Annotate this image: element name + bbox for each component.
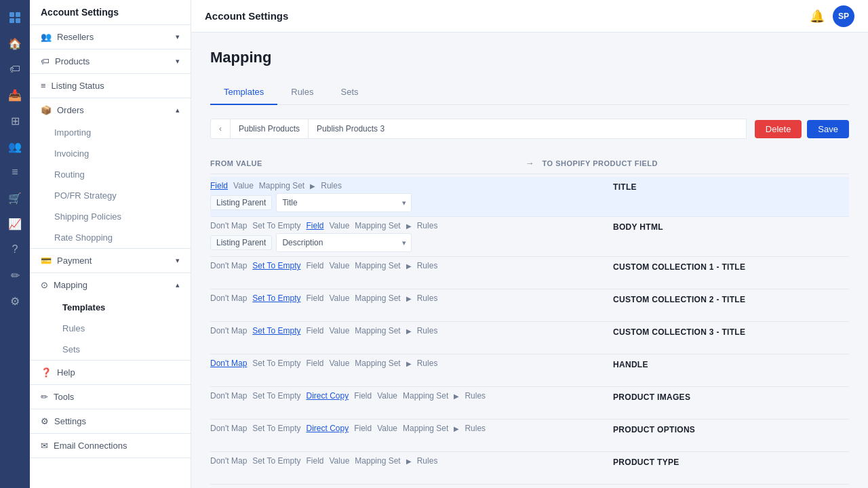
action-value-images[interactable]: Value — [377, 391, 397, 401]
action-value-handle[interactable]: Value — [330, 359, 350, 368]
action-rules-type[interactable]: Rules — [417, 456, 438, 466]
home-icon[interactable]: 🏠 — [4, 33, 26, 54]
sidebar-item-importing[interactable]: Importing — [30, 122, 191, 143]
action-rules-cc2[interactable]: Rules — [417, 293, 438, 303]
action-field-title[interactable]: Field — [210, 181, 228, 190]
action-field-cc3[interactable]: Field — [306, 326, 323, 336]
list-icon[interactable]: ≡ — [4, 161, 26, 183]
select-wrapper-title[interactable]: Title — [276, 193, 412, 212]
action-rules-handle[interactable]: Rules — [417, 359, 438, 368]
bell-icon[interactable]: 🔔 — [810, 9, 825, 24]
action-mapping-set-cc1[interactable]: Mapping Set — [355, 261, 400, 270]
action-value-options[interactable]: Value — [377, 424, 397, 433]
back-button[interactable]: ‹ — [210, 119, 231, 139]
tools-icon[interactable]: ✏ — [4, 264, 26, 286]
action-dont-map-cc2[interactable]: Don't Map — [210, 293, 247, 303]
action-dont-map-body[interactable]: Don't Map — [210, 221, 247, 230]
sidebar-item-sets[interactable]: Sets — [30, 339, 191, 360]
action-rules-images[interactable]: Rules — [465, 391, 486, 401]
sidebar-item-orders[interactable]: 📦 Orders ▴ — [30, 98, 191, 122]
breadcrumb-item-2[interactable]: Publish Products 3 — [309, 119, 747, 139]
action-set-empty-cc3[interactable]: Set To Empty — [252, 326, 300, 336]
action-mapping-set-handle[interactable]: Mapping Set — [355, 359, 400, 368]
sidebar-item-products[interactable]: 🏷 Products ▾ — [30, 49, 191, 73]
action-value-body[interactable]: Value — [330, 221, 350, 230]
field-select-title[interactable]: Title — [276, 193, 412, 212]
sidebar-item-settings[interactable]: ⚙ Settings — [30, 409, 191, 433]
action-field-body[interactable]: Field — [306, 221, 323, 230]
action-set-empty-images[interactable]: Set To Empty — [252, 391, 300, 401]
select-wrapper-body[interactable]: Description — [276, 233, 412, 252]
action-value-cc1[interactable]: Value — [330, 261, 350, 270]
sidebar-item-rules[interactable]: Rules — [30, 318, 191, 339]
field-select-body[interactable]: Description — [276, 233, 412, 252]
users-icon[interactable]: 👥 — [4, 136, 26, 157]
sidebar-item-email[interactable]: ✉ Email Connections — [30, 434, 191, 458]
grid-icon[interactable]: ⊞ — [4, 110, 26, 131]
action-set-empty-cc2[interactable]: Set To Empty — [252, 293, 300, 303]
action-set-empty-body[interactable]: Set To Empty — [252, 221, 300, 230]
action-mapping-set-type[interactable]: Mapping Set — [355, 456, 400, 466]
sidebar-item-resellers[interactable]: 👥 Resellers ▾ — [30, 25, 191, 49]
action-set-empty-options[interactable]: Set To Empty — [252, 424, 300, 433]
action-value-cc3[interactable]: Value — [330, 326, 350, 336]
action-value-title[interactable]: Value — [233, 181, 254, 190]
action-field-options[interactable]: Field — [354, 424, 372, 433]
mapping-row-product-options: Don't Map Set To Empty Direct Copy Field… — [210, 420, 849, 452]
breadcrumb-item-1[interactable]: Publish Products — [231, 119, 309, 139]
sidebar-item-po-fr[interactable]: PO/FR Strategy — [30, 185, 191, 206]
help-icon[interactable]: ? — [4, 239, 26, 260]
sidebar-item-routing[interactable]: Routing — [30, 164, 191, 185]
save-button[interactable]: Save — [807, 120, 849, 138]
tag-icon[interactable]: 🏷 — [4, 58, 26, 80]
delete-button[interactable]: Delete — [755, 120, 802, 138]
logo-icon[interactable] — [4, 7, 26, 28]
action-set-empty-handle[interactable]: Set To Empty — [252, 359, 300, 368]
sidebar-item-templates[interactable]: Templates — [30, 297, 191, 318]
sidebar-item-mapping[interactable]: ⊙ Mapping ▴ — [30, 273, 191, 297]
sidebar-item-listing-status[interactable]: ≡ Listing Status — [30, 74, 191, 98]
action-mapping-set-title[interactable]: Mapping Set — [259, 181, 304, 190]
action-field-handle[interactable]: Field — [306, 359, 323, 368]
sidebar-item-tools[interactable]: ✏ Tools — [30, 385, 191, 409]
tab-sets[interactable]: Sets — [328, 80, 372, 105]
avatar[interactable]: SP — [833, 5, 854, 27]
chart-icon[interactable]: 📈 — [4, 213, 26, 235]
action-rules-cc1[interactable]: Rules — [417, 261, 438, 270]
action-mapping-set-options[interactable]: Mapping Set — [403, 424, 448, 433]
action-mapping-set-body[interactable]: Mapping Set — [355, 221, 400, 230]
cart-icon[interactable]: 🛒 — [4, 187, 26, 209]
action-value-type[interactable]: Value — [330, 456, 350, 466]
action-field-type[interactable]: Field — [306, 456, 323, 466]
action-value-cc2[interactable]: Value — [330, 293, 350, 303]
sidebar-item-invoicing[interactable]: Invoicing — [30, 143, 191, 164]
action-direct-copy-options[interactable]: Direct Copy — [306, 424, 349, 433]
action-rules-cc3[interactable]: Rules — [417, 326, 438, 336]
action-mapping-set-cc3[interactable]: Mapping Set — [355, 326, 400, 336]
action-dont-map-handle[interactable]: Don't Map — [210, 359, 247, 368]
action-rules-title[interactable]: Rules — [321, 181, 342, 190]
inbox-icon[interactable]: 📥 — [4, 84, 26, 106]
sidebar-item-shipping[interactable]: Shipping Policies — [30, 206, 191, 227]
action-rules-options[interactable]: Rules — [465, 424, 486, 433]
action-dont-map-type[interactable]: Don't Map — [210, 456, 247, 466]
action-field-images[interactable]: Field — [354, 391, 372, 401]
action-direct-copy-images[interactable]: Direct Copy — [306, 391, 349, 401]
sidebar-item-help[interactable]: ❓ Help — [30, 361, 191, 384]
action-dont-map-images[interactable]: Don't Map — [210, 391, 247, 401]
sidebar-item-payment[interactable]: 💳 Payment ▾ — [30, 249, 191, 272]
action-mapping-set-images[interactable]: Mapping Set — [403, 391, 448, 401]
action-set-empty-cc1[interactable]: Set To Empty — [252, 261, 300, 270]
action-field-cc2[interactable]: Field — [306, 293, 323, 303]
action-dont-map-options[interactable]: Don't Map — [210, 424, 247, 433]
action-dont-map-cc3[interactable]: Don't Map — [210, 326, 247, 336]
sidebar-item-rate-shopping[interactable]: Rate Shopping — [30, 227, 191, 248]
settings-icon[interactable]: ⚙ — [4, 290, 26, 312]
tab-rules[interactable]: Rules — [277, 80, 327, 105]
action-field-cc1[interactable]: Field — [306, 261, 323, 270]
action-dont-map-cc1[interactable]: Don't Map — [210, 261, 247, 270]
action-rules-body[interactable]: Rules — [417, 221, 438, 230]
action-set-empty-type[interactable]: Set To Empty — [252, 456, 300, 466]
action-mapping-set-cc2[interactable]: Mapping Set — [355, 293, 400, 303]
tab-templates[interactable]: Templates — [210, 80, 277, 105]
